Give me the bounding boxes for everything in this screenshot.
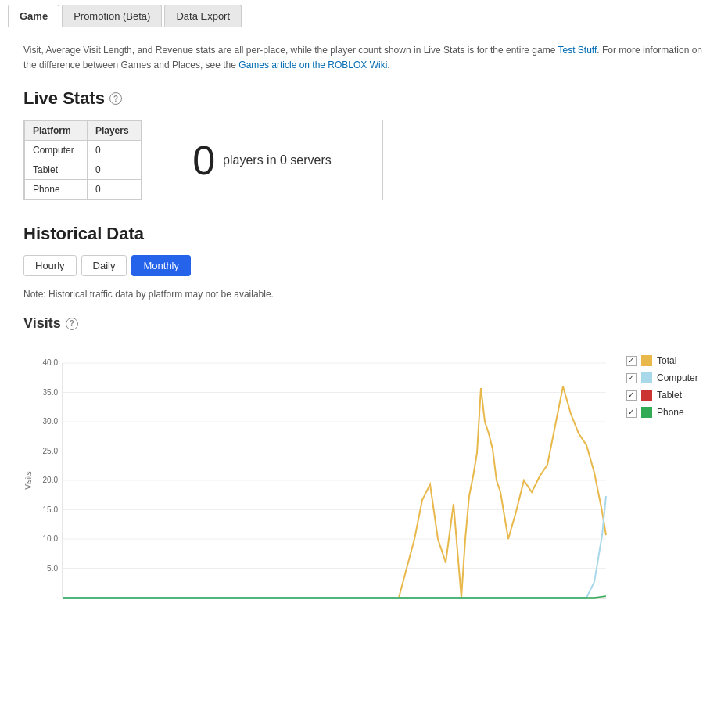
legend-checkbox[interactable]: [626, 373, 637, 383]
svg-text:40.0: 40.0: [43, 358, 59, 367]
live-stats-heading: Live Stats: [23, 88, 105, 109]
time-btn-monthly[interactable]: Monthly: [131, 255, 191, 276]
historical-heading: Historical Data: [23, 224, 144, 244]
svg-text:15.0: 15.0: [43, 505, 59, 514]
tab-promotion[interactable]: Promotion (Beta): [62, 5, 162, 27]
platform-table: Platform Players Computer0Tablet0Phone0: [24, 120, 142, 200]
players-cell: 0: [87, 180, 141, 200]
visits-heading: Visits: [23, 315, 61, 332]
live-stats-help-icon[interactable]: ?: [109, 92, 122, 105]
svg-text:10.0: 10.0: [43, 534, 59, 543]
total-line: [63, 386, 606, 598]
legend-checkbox[interactable]: [626, 390, 637, 401]
col-platform: Platform: [25, 121, 88, 141]
visits-title: Visits ?: [23, 315, 705, 332]
historical-section: Historical Data HourlyDailyMonthly Note:…: [23, 224, 705, 300]
tab-bar: Game Promotion (Beta) Data Export: [0, 0, 728, 27]
platform-cell: Phone: [25, 180, 88, 200]
chart-legend: TotalComputerTabletPhone: [626, 340, 705, 418]
svg-text:35.0: 35.0: [43, 388, 59, 397]
visits-chart: Visits 5.0 10.0 15.0: [23, 340, 610, 621]
live-count-text: players in 0 servers: [223, 153, 332, 167]
legend-item: Tablet: [626, 390, 705, 401]
platform-cell: Tablet: [25, 160, 88, 180]
visits-section: Visits ? Visits 5.0: [23, 315, 705, 624]
info-text-1: Visit, Average Visit Length, and Revenue…: [23, 45, 558, 56]
historical-title: Historical Data: [23, 224, 705, 244]
legend-checkbox[interactable]: [626, 356, 637, 366]
svg-text:Visits: Visits: [24, 472, 33, 491]
tab-game[interactable]: Game: [8, 5, 59, 27]
computer-line: [63, 496, 606, 598]
visits-help-icon[interactable]: ?: [66, 318, 78, 330]
time-buttons: HourlyDailyMonthly: [23, 255, 705, 276]
time-btn-daily[interactable]: Daily: [81, 255, 127, 276]
info-banner: Visit, Average Visit Length, and Revenue…: [23, 43, 705, 73]
info-link-2[interactable]: Games article on the ROBLOX Wiki: [238, 59, 387, 70]
legend-color-box: [641, 372, 652, 383]
info-link-1[interactable]: Test Stuff: [558, 45, 597, 56]
historical-note: Note: Historical traffic data by platfor…: [23, 289, 705, 300]
legend-color-box: [641, 355, 652, 366]
legend-label: Computer: [657, 372, 698, 383]
svg-text:20.0: 20.0: [43, 476, 59, 484]
table-row: Computer0: [25, 141, 142, 160]
live-stats-title: Live Stats ?: [23, 88, 705, 109]
legend-item: Computer: [626, 372, 705, 383]
chart-wrapper: Visits 5.0 10.0 15.0: [23, 340, 705, 624]
chart-area: Visits 5.0 10.0 15.0: [23, 340, 611, 624]
main-content: Visit, Average Visit Length, and Revenue…: [0, 27, 728, 639]
table-row: Phone0: [25, 180, 142, 200]
tab-data-export[interactable]: Data Export: [164, 5, 242, 27]
players-cell: 0: [87, 160, 141, 180]
svg-text:5.0: 5.0: [47, 564, 58, 573]
live-count-display: 0 players in 0 servers: [142, 120, 382, 200]
legend-item: Phone: [626, 407, 705, 418]
legend-color-box: [641, 390, 652, 401]
svg-text:30.0: 30.0: [43, 417, 59, 426]
legend-label: Phone: [657, 407, 684, 418]
live-stats-container: Platform Players Computer0Tablet0Phone0 …: [23, 120, 383, 200]
platform-cell: Computer: [25, 141, 88, 160]
table-row: Tablet0: [25, 160, 142, 180]
legend-label: Tablet: [657, 390, 682, 401]
col-players: Players: [87, 121, 141, 141]
players-cell: 0: [87, 141, 141, 160]
svg-text:25.0: 25.0: [43, 447, 59, 455]
legend-color-box: [641, 407, 652, 418]
time-btn-hourly[interactable]: Hourly: [23, 255, 77, 276]
legend-label: Total: [657, 355, 676, 366]
legend-item: Total: [626, 355, 705, 366]
legend-checkbox[interactable]: [626, 408, 637, 418]
info-text-3: .: [387, 59, 389, 70]
live-count-number: 0: [192, 137, 215, 184]
